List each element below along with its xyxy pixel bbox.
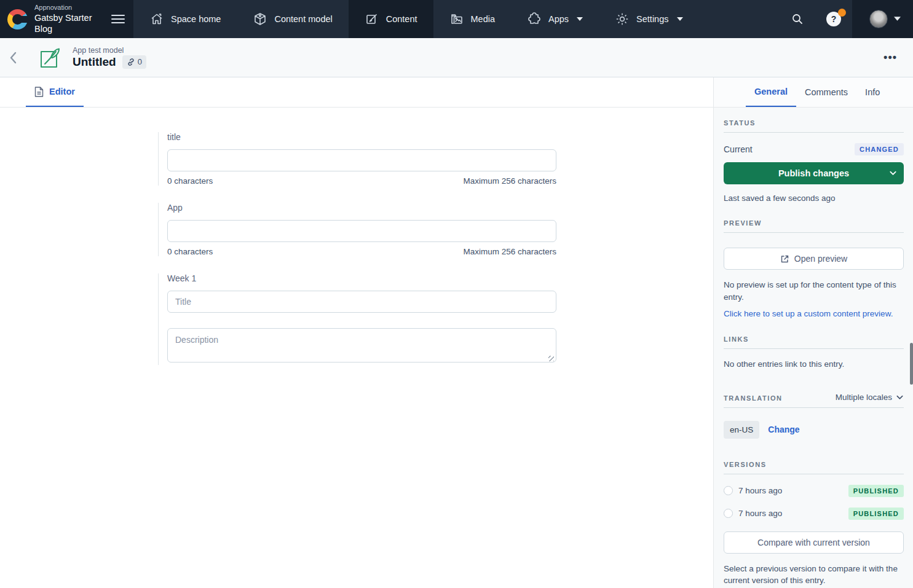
locale-pill: en-US xyxy=(724,421,759,439)
external-link-icon xyxy=(780,254,789,264)
links-empty-text: No other entries link to this entry. xyxy=(724,358,904,370)
chevron-down-icon xyxy=(677,17,683,22)
ellipsis-icon: ••• xyxy=(883,51,897,63)
tab-general-label: General xyxy=(754,87,788,96)
field-week1: Week 1 xyxy=(158,273,556,365)
tab-editor-label: Editor xyxy=(49,87,75,96)
tab-general[interactable]: General xyxy=(746,77,796,107)
links-count-badge[interactable]: 0 xyxy=(122,55,146,69)
nav-label: Media xyxy=(471,14,496,24)
notification-dot xyxy=(838,9,846,17)
chevron-left-icon xyxy=(9,51,17,65)
tab-editor[interactable]: Editor xyxy=(26,77,84,107)
content-icon xyxy=(365,12,379,26)
apps-puzzle-icon xyxy=(527,12,542,26)
version-radio[interactable] xyxy=(724,509,733,518)
nav-space-home[interactable]: Space home xyxy=(133,0,237,38)
scrollbar-thumb[interactable] xyxy=(910,343,913,385)
links-count: 0 xyxy=(138,57,142,67)
locales-dropdown[interactable]: Multiple locales xyxy=(836,393,904,402)
compare-version-label: Compare with current version xyxy=(757,538,870,547)
version-time: 7 hours ago xyxy=(738,509,782,518)
search-button[interactable] xyxy=(780,0,815,38)
content-model-icon xyxy=(253,12,267,26)
version-row: 7 hours ago PUBLISHED xyxy=(724,508,904,520)
entry-title: Untitled xyxy=(73,55,116,69)
version-row: 7 hours ago PUBLISHED xyxy=(724,485,904,497)
version-time: 7 hours ago xyxy=(738,486,782,495)
nav-label: Content xyxy=(386,14,417,24)
tab-info[interactable]: Info xyxy=(856,77,888,107)
space-name: Gatsby Starter Blog xyxy=(34,12,111,34)
links-section: LINKS No other entries link to this entr… xyxy=(724,335,904,370)
preview-heading: PREVIEW xyxy=(724,219,904,233)
field-week1-label: Week 1 xyxy=(167,273,556,283)
nav-label: Apps xyxy=(548,14,569,24)
setup-preview-link[interactable]: Click here to set up a custom content pr… xyxy=(724,309,893,318)
versions-heading: VERSIONS xyxy=(724,461,904,474)
back-button[interactable] xyxy=(0,51,27,65)
nav-label: Settings xyxy=(636,14,668,24)
space-identity: Appnovation Gatsby Starter Blog xyxy=(34,4,111,34)
more-actions-button[interactable]: ••• xyxy=(883,51,897,64)
contentful-logo-icon[interactable] xyxy=(7,9,28,29)
char-count: 0 characters xyxy=(167,176,213,186)
status-heading: STATUS xyxy=(724,119,904,133)
published-badge: PUBLISHED xyxy=(848,485,904,497)
publish-label: Publish changes xyxy=(778,168,849,178)
change-locale-link[interactable]: Change xyxy=(768,425,799,434)
chevron-down-icon[interactable] xyxy=(889,169,897,177)
entry-sidebar: General Comments Info STATUS Current CHA… xyxy=(713,77,913,588)
settings-gear-icon xyxy=(615,12,630,26)
tab-comments[interactable]: Comments xyxy=(796,77,856,107)
nav-label: Content model xyxy=(274,14,332,24)
field-app: App 0 characters Maximum 256 characters xyxy=(158,203,556,256)
field-title: title 0 characters Maximum 256 character… xyxy=(158,132,556,186)
open-preview-button[interactable]: Open preview xyxy=(724,248,904,270)
page-body: Editor title 0 characters Maximum 256 ch… xyxy=(0,77,913,588)
translation-heading: TRANSLATION xyxy=(724,394,783,402)
resize-handle[interactable] xyxy=(548,356,554,361)
hamburger-menu-icon[interactable] xyxy=(111,12,125,26)
org-name: Appnovation xyxy=(34,4,111,12)
field-app-label: App xyxy=(167,203,556,213)
link-icon xyxy=(127,58,135,66)
app-input[interactable] xyxy=(167,220,556,242)
sidebar-content: STATUS Current CHANGED Publish changes L… xyxy=(714,108,913,587)
account-menu[interactable] xyxy=(852,0,913,38)
nav-content[interactable]: Content xyxy=(349,0,433,38)
field-title-helpers: 0 characters Maximum 256 characters xyxy=(167,176,556,186)
nav-settings[interactable]: Settings xyxy=(599,0,698,38)
week1-title-input[interactable] xyxy=(167,291,556,313)
nav-content-model[interactable]: Content model xyxy=(237,0,348,38)
entry-meta: App test model Untitled 0 xyxy=(73,46,146,69)
preview-empty-text: No preview is set up for the content typ… xyxy=(724,279,904,303)
entry-type-feather-icon xyxy=(37,45,63,71)
char-count: 0 characters xyxy=(167,247,213,256)
published-badge: PUBLISHED xyxy=(848,508,904,520)
status-current-label: Current xyxy=(724,144,753,154)
week1-description-textarea[interactable] xyxy=(167,328,556,363)
sidebar-tab-bar: General Comments Info xyxy=(714,77,913,108)
tab-info-label: Info xyxy=(865,87,880,97)
title-input[interactable] xyxy=(167,149,556,171)
editor-tab-bar: Editor xyxy=(0,77,713,108)
chevron-down-icon xyxy=(577,17,583,22)
chevron-down-icon xyxy=(894,17,901,22)
help-button[interactable]: ? xyxy=(815,0,852,38)
document-icon xyxy=(34,87,44,97)
compare-version-button[interactable]: Compare with current version xyxy=(724,531,904,554)
version-radio[interactable] xyxy=(724,486,733,495)
tab-comments-label: Comments xyxy=(805,87,848,97)
status-badge: CHANGED xyxy=(855,143,904,155)
translation-header-row: TRANSLATION Multiple locales xyxy=(724,393,904,408)
publish-changes-button[interactable]: Publish changes xyxy=(724,162,904,184)
nav-apps[interactable]: Apps xyxy=(511,0,599,38)
nav-label: Space home xyxy=(171,14,221,24)
char-max: Maximum 256 characters xyxy=(463,247,556,256)
field-title-label: title xyxy=(167,132,556,142)
nav-media[interactable]: Media xyxy=(433,0,512,38)
locale-row: en-US Change xyxy=(724,421,904,439)
media-icon xyxy=(449,12,464,26)
links-heading: LINKS xyxy=(724,335,904,349)
